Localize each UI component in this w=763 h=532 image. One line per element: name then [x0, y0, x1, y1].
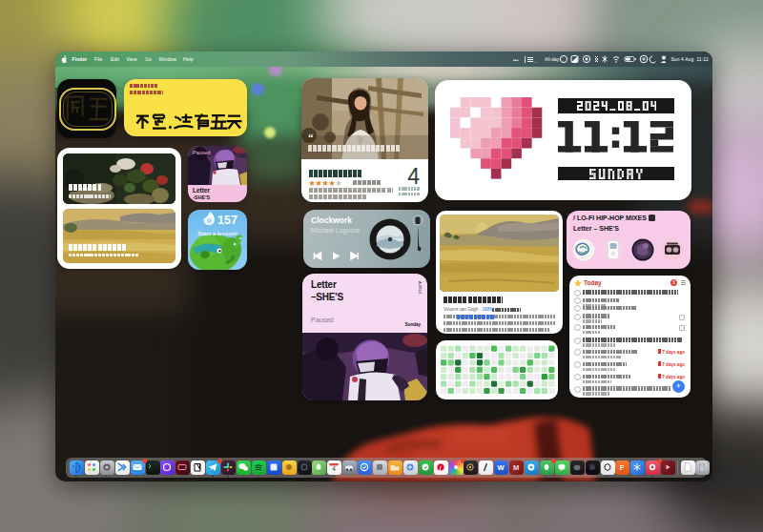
- svg-text:M: M: [513, 463, 519, 472]
- svg-text:W: W: [498, 463, 505, 472]
- svg-text:F: F: [620, 463, 625, 472]
- svg-text:4: 4: [332, 465, 336, 472]
